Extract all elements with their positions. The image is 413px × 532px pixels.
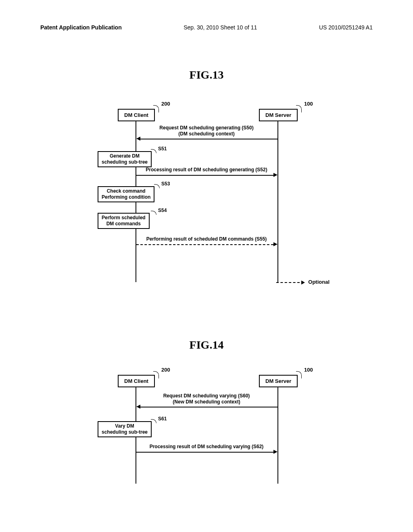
server-lifeline xyxy=(277,121,278,282)
lead-line-icon xyxy=(153,105,159,112)
page-header: Patent Application Publication Sep. 30, … xyxy=(40,24,373,31)
legend-optional: Optional xyxy=(276,279,330,285)
lead-line-icon xyxy=(153,371,159,378)
dm-client-box: DM Client xyxy=(118,109,155,121)
lead-line-icon xyxy=(151,211,156,215)
s61-box: Vary DM scheduling sub-tree xyxy=(98,421,152,437)
s61-label: S61 xyxy=(158,416,167,422)
arrow-s62: Processing result of DM scheduling varyi… xyxy=(86,441,327,457)
header-right: US 2010/0251249 A1 xyxy=(319,24,373,31)
client-ref-num: 200 xyxy=(161,101,170,107)
s55-text: Performing result of scheduled DM comman… xyxy=(86,236,327,242)
arrow-s50: Request DM scheduling generating (S50) (… xyxy=(86,125,327,141)
s50-text-line2: (DM scheduling context) xyxy=(178,131,234,137)
arrow-s52: Processing result of DM scheduling gener… xyxy=(86,164,327,181)
s50-text-line1: Request DM scheduling generating (S50) xyxy=(159,125,253,131)
arrow-s60: Request DM scheduling varying (S60) (New… xyxy=(86,393,327,409)
figure-13-diagram: DM Client 200 DM Server 100 Request DM s… xyxy=(86,101,327,294)
figure-13-title: FIG.13 xyxy=(0,69,413,81)
client-ref-num: 200 xyxy=(161,367,170,373)
arrow-right-icon xyxy=(273,242,277,246)
lead-line-icon xyxy=(154,184,160,188)
figure-14-title: FIG.14 xyxy=(0,339,413,351)
lead-line-icon xyxy=(151,419,156,423)
arrow-s55: Performing result of scheduled DM comman… xyxy=(86,234,327,250)
header-center: Sep. 30, 2010 Sheet 10 of 11 xyxy=(184,24,257,31)
arrow-right-icon xyxy=(273,450,277,454)
server-ref-num: 100 xyxy=(304,367,313,373)
server-ref-num: 100 xyxy=(304,101,313,107)
arrow-left-icon xyxy=(136,405,140,409)
s54-label: S54 xyxy=(158,208,167,213)
arrow-left-icon xyxy=(136,137,140,141)
s53-box: Check command Performing condition xyxy=(98,186,154,202)
s52-text: Processing result of DM scheduling gener… xyxy=(86,167,327,173)
dm-client-box: DM Client xyxy=(118,375,155,387)
dm-server-box: DM Server xyxy=(259,109,298,121)
arrow-right-icon xyxy=(301,281,305,285)
lead-line-icon xyxy=(296,105,302,112)
lead-line-icon xyxy=(151,149,156,153)
s51-label: S51 xyxy=(158,146,167,152)
lead-line-icon xyxy=(296,371,302,378)
dm-server-box: DM Server xyxy=(259,375,298,387)
s54-box: Perform scheduled DM commands xyxy=(98,213,150,229)
s60-text-line1: Request DM scheduling varying (S60) xyxy=(163,393,250,399)
s60-text-line2: (New DM scheduling context) xyxy=(173,399,240,405)
figure-14-diagram: DM Client 200 DM Server 100 Request DM s… xyxy=(86,367,327,496)
s53-label: S53 xyxy=(161,181,170,187)
header-left: Patent Application Publication xyxy=(40,24,122,31)
dashed-line-icon xyxy=(276,282,300,283)
arrow-right-icon xyxy=(273,173,277,177)
s62-text: Processing result of DM scheduling varyi… xyxy=(86,444,327,450)
